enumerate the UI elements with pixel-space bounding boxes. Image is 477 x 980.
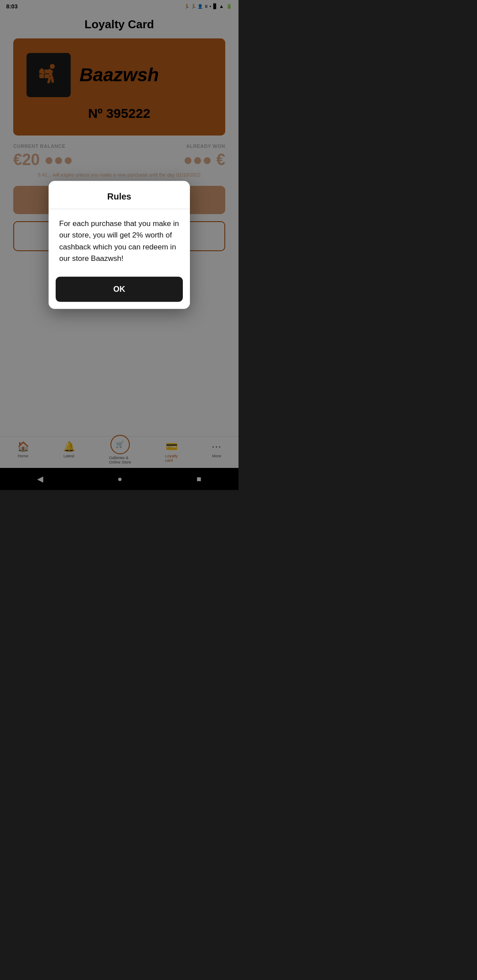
ok-button[interactable]: OK (56, 277, 183, 302)
modal-body: For each purchase that you make in our s… (49, 209, 190, 275)
background-screen: 8:03 🏃🏃👤⏸• ▊ ▲ 🔋 Loyalty Card (0, 0, 238, 490)
rules-modal: Rules For each purchase that you make in… (49, 181, 190, 309)
modal-title: Rules (49, 181, 190, 209)
